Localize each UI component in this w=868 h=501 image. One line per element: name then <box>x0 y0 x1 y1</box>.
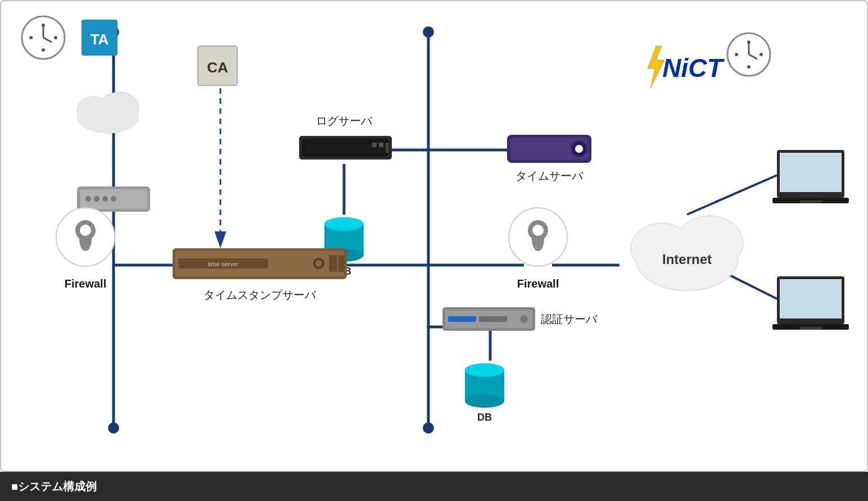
log-server-label: ログサーバ <box>316 115 373 127</box>
svg-point-66 <box>575 145 583 153</box>
db-right-label: DB <box>477 412 492 423</box>
internet-label: Internet <box>662 252 712 267</box>
firewall-left <box>56 208 115 266</box>
firewall-right-label: Firewall <box>517 277 559 290</box>
svg-text:CA: CA <box>207 59 228 76</box>
ta-badge: TA <box>82 20 117 56</box>
svg-text:TA: TA <box>91 31 109 48</box>
svg-point-22 <box>42 24 45 27</box>
log-server-device <box>299 136 392 160</box>
internet-cloud: Internet <box>631 216 743 290</box>
svg-point-36 <box>102 196 108 202</box>
svg-point-23 <box>42 48 45 52</box>
firewall-left-label: Firewall <box>65 277 106 290</box>
timestamp-server-device: time server <box>173 248 347 279</box>
clock-icon-left <box>22 16 65 59</box>
svg-point-48 <box>324 217 364 231</box>
svg-point-91 <box>520 315 528 323</box>
svg-text:time server: time server <box>208 261 239 267</box>
svg-point-15 <box>108 422 119 434</box>
svg-point-16 <box>423 422 434 434</box>
ca-badge: CA <box>198 46 237 85</box>
laptop-bottom <box>772 276 849 330</box>
cloud-left <box>77 92 139 133</box>
svg-rect-80 <box>780 153 842 192</box>
auth-server-device <box>442 307 535 331</box>
svg-point-31 <box>77 99 139 133</box>
footer-bar: ■システム構成例 <box>0 472 868 501</box>
footer-text: ■システム構成例 <box>11 479 97 494</box>
timestamp-server-label: タイムスタンプサーバ <box>204 289 317 301</box>
time-server-label: タイムサーバ <box>516 170 584 182</box>
svg-point-14 <box>423 26 434 38</box>
svg-rect-56 <box>338 255 344 272</box>
svg-point-73 <box>735 53 738 56</box>
nict-time-server <box>507 135 591 163</box>
clock-icon-right <box>727 33 770 76</box>
svg-rect-55 <box>329 255 337 272</box>
main-canvas: TA CA ログサーバ <box>0 0 868 472</box>
svg-point-24 <box>29 36 33 39</box>
svg-point-74 <box>760 53 763 56</box>
firewall-right <box>509 208 567 266</box>
svg-point-54 <box>315 260 322 267</box>
svg-rect-84 <box>780 279 842 318</box>
svg-rect-82 <box>799 201 822 203</box>
svg-rect-41 <box>302 139 389 157</box>
svg-point-95 <box>465 363 504 377</box>
svg-rect-44 <box>386 143 388 153</box>
nict-logo: NiCT <box>662 53 725 83</box>
auth-server-label: 認証サーバ <box>541 313 598 325</box>
svg-point-59 <box>80 225 91 236</box>
svg-rect-89 <box>448 316 476 322</box>
svg-rect-43 <box>379 143 383 147</box>
svg-point-72 <box>747 65 751 69</box>
svg-rect-42 <box>372 143 377 147</box>
svg-point-62 <box>532 225 544 236</box>
svg-point-35 <box>94 196 100 202</box>
svg-point-37 <box>111 196 116 202</box>
svg-point-25 <box>54 36 57 39</box>
svg-point-94 <box>465 394 504 408</box>
laptop-top <box>772 150 849 203</box>
svg-point-34 <box>85 196 91 202</box>
svg-rect-86 <box>799 327 822 330</box>
svg-point-71 <box>747 40 751 44</box>
svg-rect-90 <box>479 316 507 322</box>
